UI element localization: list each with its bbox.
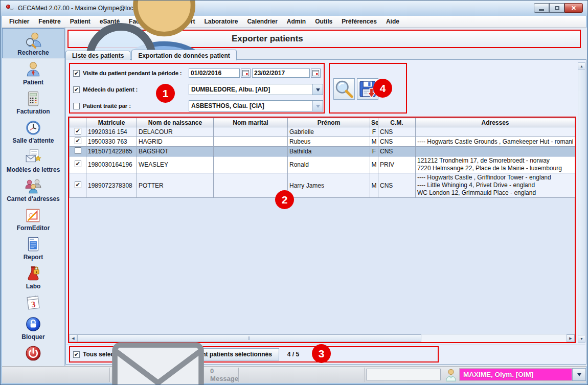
column-header-checkbox[interactable] (70, 118, 86, 127)
menu-item-calendrier[interactable]: Calendrier (242, 16, 282, 27)
cell-marital-name (214, 127, 288, 137)
sidebar-item-facturation[interactable]: Facturation (2, 87, 64, 117)
messages-status[interactable]: 0 Message (109, 367, 238, 383)
doctor-checkbox[interactable] (73, 86, 80, 93)
row-checkbox[interactable] (75, 161, 81, 167)
cell-cm: CNS (378, 147, 416, 156)
search-patient-icon (25, 31, 42, 49)
page-title: Exporter patients (232, 34, 303, 44)
menu-item-fichier[interactable]: Fichier (5, 16, 34, 27)
column-header-adresses[interactable]: Adresses (416, 118, 575, 127)
selection-count: 4 / 5 (287, 351, 299, 358)
cell-birth-name: BAGSHOT (137, 147, 214, 156)
chevron-down-icon[interactable] (312, 101, 323, 111)
sidebar-item-carnet-d-adresses[interactable]: Carnet d'adresses (2, 175, 64, 204)
date-to-calendar-button[interactable] (311, 69, 321, 78)
sidebar-item-label: Recherche (17, 49, 49, 56)
chevron-down-icon[interactable] (572, 368, 586, 381)
sidebar-item-labo[interactable]: Labo (2, 262, 64, 291)
sidebar-item-label: Carnet d'adresses (7, 195, 60, 202)
menu-item-admin[interactable]: Admin (282, 16, 310, 27)
sidebar-item-calendar[interactable]: 3 (2, 291, 64, 313)
sidebar: RecherchePatientFacturationSalle d'atten… (2, 28, 65, 366)
sidebar-item-bloquer[interactable]: Bloquer (2, 313, 64, 342)
search-button[interactable] (333, 78, 355, 100)
scrollbar-thumb[interactable] (578, 70, 585, 335)
cell-first-name: Harry James (288, 173, 370, 198)
cell-addresses (416, 127, 575, 137)
scroll-left-icon[interactable]: ◀ (69, 334, 77, 342)
sidebar-item-salle-d-attente[interactable]: Salle d'attente (2, 117, 64, 146)
address-line: ---- Hogwarts Castle Grounds , Gamekeepe… (417, 138, 573, 146)
cell-addresses: ---- Hogwarts Castle Grounds , Gamekeepe… (416, 137, 575, 147)
select-all-checkbox[interactable] (73, 351, 80, 358)
cell-matricule: 1980030164196 (86, 156, 137, 173)
row-checkbox[interactable] (75, 138, 81, 144)
cell-addresses: ---- Hogwarts Castle , Griffindoor Tower… (416, 173, 575, 198)
row-checkbox[interactable] (75, 128, 81, 134)
visit-period-checkbox[interactable] (73, 70, 80, 77)
scroll-down-icon[interactable]: ▼ (578, 335, 585, 342)
cell-sex: F (370, 127, 378, 137)
sidebar-item-modeles-de-lettres[interactable]: Modèles de lettres (2, 146, 64, 175)
restore-button[interactable] (549, 3, 564, 13)
column-header-c-m[interactable]: C.M. (378, 118, 416, 127)
treated-by-combobox-value: ASBESTHOS, Clau. [CIA] (189, 102, 312, 109)
column-header-prenom[interactable]: Prénom (288, 118, 370, 127)
scroll-right-icon[interactable]: ▶ (567, 334, 575, 342)
table-row[interactable]: 1980030164196WEASLEYRonaldMPRIV121212 Tr… (70, 156, 575, 173)
sidebar-item-report[interactable]: Report (2, 233, 64, 262)
vertical-scrollbar[interactable]: ▲ ▼ (578, 62, 585, 343)
scroll-up-icon[interactable]: ▲ (578, 63, 585, 70)
menu-item-preferences[interactable]: Préférences (337, 16, 381, 27)
cell-cm: CNS (378, 173, 416, 198)
menu-item-outils[interactable]: Outils (310, 16, 337, 27)
row-checkbox[interactable] (75, 182, 81, 188)
close-button[interactable]: ✕ (564, 3, 583, 13)
main-content: Exporter patients Liste des patients Exp… (65, 28, 587, 366)
scrollbar-track[interactable] (421, 334, 567, 342)
statusbar-input[interactable] (366, 369, 441, 380)
sidebar-item-patient[interactable]: Patient (2, 58, 64, 87)
menu-item-aide[interactable]: Aide (381, 16, 404, 27)
annotation-badge-1: 1 (156, 84, 175, 103)
cell-checkbox (70, 156, 86, 173)
row-checkbox[interactable] (75, 147, 81, 154)
current-user-combobox[interactable]: MAXIME, Olym. [OIM] (459, 368, 572, 381)
column-header-nom-de-naissance[interactable]: Nom de naissance (137, 118, 214, 127)
address-line: 7220 Helmsange 22, Place de la Mairie - … (417, 165, 573, 172)
annotation-badge-4: 4 (373, 79, 392, 98)
cell-first-name: Gabrielle (288, 127, 370, 137)
date-to-input[interactable] (252, 69, 310, 78)
address-line: 121212 Trondheim 17, de Smorebroedt - no… (417, 157, 573, 165)
filter-doctor-row: Médecin du patient : DUMBLEDORE, Albu. [… (70, 83, 324, 96)
column-header-matricule[interactable]: Matricule (86, 118, 137, 127)
treated-by-combobox[interactable]: ASBESTHOS, Clau. [CIA] (189, 100, 323, 111)
date-from-calendar-button[interactable] (241, 69, 251, 78)
sidebar-item-label: Report (24, 254, 43, 261)
date-from-input[interactable] (189, 69, 240, 78)
column-header-se[interactable]: Se: (370, 118, 378, 127)
tab-liste-des-patients[interactable]: Liste des patients (65, 51, 130, 60)
sidebar-item-formeditor[interactable]: FormEditor (2, 204, 64, 233)
lock-icon (25, 315, 42, 333)
cell-birth-name: POTTER (137, 173, 214, 198)
table-row[interactable]: 1989072378308POTTERHarry JamesMCNS---- H… (70, 173, 575, 198)
table-row[interactable]: 1915071422865BAGSHOTBathildaFCNS (70, 147, 575, 156)
cell-marital-name (214, 137, 288, 147)
tab-exportation-de-donnees-patient[interactable]: Exportation de données patient (131, 50, 236, 60)
address-line: WC London 12, Grimmauld Place - england (417, 189, 573, 197)
treated-by-checkbox[interactable] (73, 103, 80, 109)
table-row[interactable]: 19500330 763HAGRIDRubeusMCNS---- Hogwart… (70, 137, 575, 147)
column-header-nom-marital[interactable]: Nom marital (214, 118, 288, 127)
minimize-button[interactable] (534, 3, 549, 13)
chevron-down-icon[interactable] (312, 84, 323, 95)
doctor-combobox[interactable]: DUMBLEDORE, Albu. [AID] (189, 84, 323, 95)
menu-item-fenetre[interactable]: Fenêtre (34, 16, 65, 27)
sidebar-item-recherche[interactable]: Recherche (2, 28, 64, 58)
cell-matricule: 1915071422865 (86, 147, 137, 156)
table-row[interactable]: 19920316 154DELACOURGabrielleFCNS (70, 127, 575, 137)
cell-checkbox (70, 147, 86, 156)
sidebar-item-power[interactable] (2, 342, 64, 364)
cell-matricule: 19500330 763 (86, 137, 137, 147)
